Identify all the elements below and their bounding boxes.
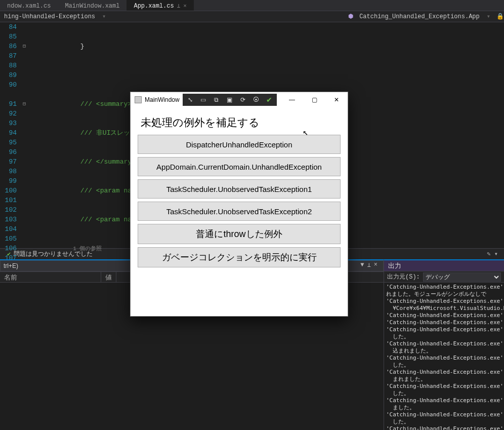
app-heading: 未処理の例外を補足する [141,115,341,130]
layout-adorners-icon[interactable]: ⧉ [210,94,223,105]
track-focus-icon[interactable]: ▣ [223,94,236,105]
tab-label: App.xaml.cs [134,3,174,10]
output-window: 出力 出力元(S): デバッグ 'Catching-Unhandled-Exce… [384,259,504,430]
output-source-select[interactable]: デバッグ [423,272,501,282]
tab-label: ndow.xaml.cs [7,3,51,10]
minimize-button[interactable]: — [281,92,303,107]
pin-icon[interactable]: ⟂ [177,3,181,9]
select-element-icon[interactable]: ▭ [197,94,210,105]
close-button[interactable]: ✕ [325,92,348,107]
dispatcher-exception-button[interactable]: DispatcherUnhandledException [138,135,341,154]
maximize-button[interactable]: ▢ [303,92,325,107]
hot-reload-icon[interactable]: ⟳ [236,94,249,105]
app-icon [135,96,142,103]
col-value[interactable]: 値 [101,272,116,282]
titlebar[interactable]: MainWindow ⤡ ▭ ⧉ ▣ ⟳ ⦿ ✔ — ▢ ✕ [131,92,348,107]
class-icon: ⬢ [348,13,355,20]
tab-app-xaml-cs[interactable]: App.xaml.cs ⟂ × [127,0,193,11]
gc-collect-button[interactable]: ガベージコレクションを明示的に実行 [138,247,341,267]
output-log[interactable]: 'Catching-Unhandled-Exceptions.exe' れました… [384,283,504,430]
task-exception-1-button[interactable]: TaskScheduler.UnobservedTaskException1 [138,179,341,199]
document-tabs: ndow.xaml.cs MainWindow.xaml App.xaml.cs… [0,0,504,11]
app-body: 未処理の例外を補足する DispatcherUnhandledException… [131,107,348,278]
chevron-down-icon: ▾ [99,13,109,20]
close-icon[interactable]: × [374,261,377,269]
running-app-window[interactable]: MainWindow ⤡ ▭ ⧉ ▣ ⟳ ⦿ ✔ — ▢ ✕ 未処理の例外を補足… [130,92,348,317]
fold-gutter[interactable]: ⊟⊟ [22,22,27,248]
task-exception-2-button[interactable]: TaskScheduler.UnobservedTaskException2 [138,202,341,221]
appdomain-exception-button[interactable]: AppDomain.CurrentDomain.UnhandledExcepti… [138,157,341,176]
close-icon[interactable]: × [183,3,187,9]
pin-icon[interactable]: ⟂ [367,261,371,269]
accessibility-icon[interactable]: ⦿ [249,94,263,105]
chevron-down-icon[interactable]: ▼ [360,261,364,269]
throw-exception-button[interactable]: 普通にthrowした例外 [138,224,341,244]
output-source-label: 出力元(S): [387,272,420,281]
tab-mainwindow-cs[interactable]: ndow.xaml.cs [0,0,58,11]
chevron-down-icon: ▾ [484,13,493,20]
tab-mainwindow-xaml[interactable]: MainWindow.xaml [58,0,127,11]
layout-icon[interactable]: ⤡ [184,94,197,105]
xaml-debug-toolbar: ⤡ ▭ ⧉ ▣ ⟳ ⦿ ✔ [183,94,277,106]
tab-label: MainWindow.xaml [65,3,119,10]
panel-controls: ▼ ⟂ × [360,261,377,269]
window-title: MainWindow [145,96,180,103]
class-dropdown[interactable]: Catching_Unhandled_Exceptions.App [355,13,484,20]
line-number-gutter: 8485868788899091929394959697989910010110… [0,22,22,248]
col-name[interactable]: 名前 [0,272,101,282]
project-dropdown[interactable]: hing-Unhandled-Exceptions [0,13,99,20]
navigation-bar: hing-Unhandled-Exceptions ▾ ⬢ Catching_U… [0,11,504,22]
lock-icon[interactable]: 🔒 [493,13,504,20]
codelens-references[interactable]: 1 個の参照 [33,246,102,252]
check-icon[interactable]: ✔ [263,94,276,105]
output-title: 出力 [384,260,504,271]
